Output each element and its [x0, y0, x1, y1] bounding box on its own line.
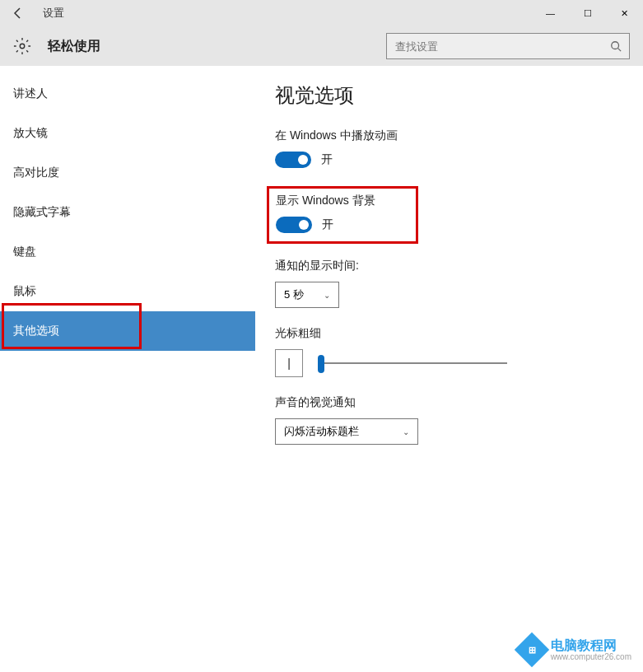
background-toggle[interactable]: [276, 217, 312, 233]
setting-sound-visual: 声音的视觉通知 闪烁活动标题栏 ⌄: [275, 395, 623, 445]
sound-visual-select[interactable]: 闪烁活动标题栏 ⌄: [275, 418, 418, 445]
sidebar-item-mouse[interactable]: 鼠标: [0, 272, 255, 311]
gear-icon: [13, 37, 31, 55]
chevron-down-icon: ⌄: [403, 427, 409, 436]
notification-duration-select[interactable]: 5 秒 ⌄: [275, 282, 339, 308]
close-button[interactable]: ✕: [606, 0, 643, 26]
setting-notification-duration: 通知的显示时间: 5 秒 ⌄: [275, 259, 623, 308]
search-input[interactable]: [387, 40, 603, 53]
titlebar: 设置 — ☐ ✕: [0, 0, 643, 26]
search-box[interactable]: [386, 33, 630, 59]
content: 讲述人 放大镜 高对比度 隐藏式字幕 键盘 鼠标 其他选项 视觉选项 在 Win…: [0, 66, 643, 672]
cursor-thickness-slider[interactable]: [318, 353, 507, 373]
setting-animations: 在 Windows 中播放动画 开: [275, 128, 623, 168]
watermark-brand: 电脑教程网: [551, 639, 631, 652]
sidebar-item-label: 隐藏式字幕: [13, 205, 71, 220]
slider-track: [318, 362, 507, 364]
svg-point-1: [612, 42, 619, 49]
window-title: 设置: [43, 6, 64, 21]
toggle-state-text: 开: [322, 217, 333, 232]
sidebar-item-label: 高对比度: [13, 166, 59, 180]
highlight-box-background: 显示 Windows 背景 开: [267, 186, 418, 244]
slider-thumb[interactable]: [318, 355, 324, 373]
chevron-down-icon: ⌄: [324, 291, 330, 300]
back-button[interactable]: [10, 5, 26, 21]
sidebar-item-label: 鼠标: [13, 284, 36, 299]
sidebar-item-keyboard[interactable]: 键盘: [0, 232, 255, 272]
select-value: 闪烁活动标题栏: [284, 424, 359, 439]
toggle-state-text: 开: [321, 152, 333, 167]
cursor-preview: |: [275, 349, 303, 377]
sidebar-item-label: 讲述人: [13, 86, 48, 101]
setting-label: 通知的显示时间:: [275, 259, 623, 273]
sidebar-item-captions[interactable]: 隐藏式字幕: [0, 193, 255, 232]
select-value: 5 秒: [284, 287, 304, 302]
minimize-button[interactable]: —: [532, 0, 569, 26]
setting-cursor-thickness: 光标粗细 |: [275, 326, 623, 377]
sidebar-item-other[interactable]: 其他选项: [0, 311, 255, 351]
sidebar-item-highcontrast[interactable]: 高对比度: [0, 153, 255, 193]
svg-point-0: [20, 44, 25, 49]
animations-toggle[interactable]: [275, 152, 311, 168]
setting-label: 光标粗细: [275, 326, 623, 341]
sidebar: 讲述人 放大镜 高对比度 隐藏式字幕 键盘 鼠标 其他选项: [0, 66, 255, 672]
setting-label: 声音的视觉通知: [275, 395, 623, 410]
setting-label: 显示 Windows 背景: [276, 194, 409, 208]
search-icon[interactable]: [603, 33, 629, 59]
watermark-url: www.computer26.com: [551, 652, 631, 661]
category-title: 轻松使用: [48, 38, 100, 55]
page-title: 视觉选项: [275, 82, 623, 109]
header: 轻松使用: [0, 26, 643, 66]
sidebar-item-label: 其他选项: [13, 324, 59, 338]
svg-line-2: [618, 49, 622, 52]
sidebar-item-label: 键盘: [13, 245, 36, 259]
window-controls: — ☐ ✕: [532, 0, 643, 26]
watermark-logo-icon: ⊞: [514, 632, 548, 667]
maximize-button[interactable]: ☐: [569, 0, 606, 26]
watermark: ⊞ 电脑教程网 www.computer26.com: [520, 637, 631, 662]
sidebar-item-label: 放大镜: [13, 126, 48, 141]
setting-label: 在 Windows 中播放动画: [275, 128, 623, 143]
sidebar-item-magnifier[interactable]: 放大镜: [0, 114, 255, 153]
sidebar-item-narrator[interactable]: 讲述人: [0, 74, 255, 114]
main-panel: 视觉选项 在 Windows 中播放动画 开 显示 Windows 背景 开 通…: [255, 66, 643, 672]
